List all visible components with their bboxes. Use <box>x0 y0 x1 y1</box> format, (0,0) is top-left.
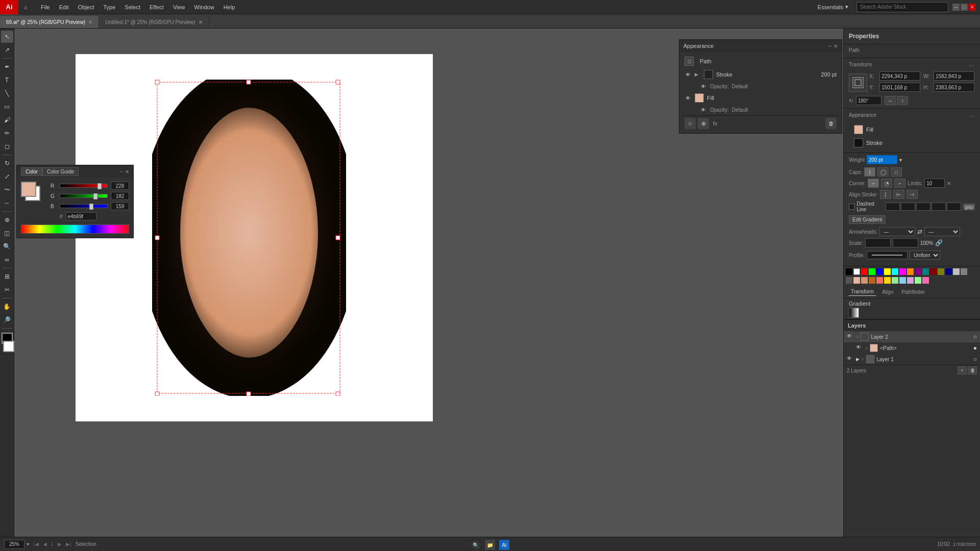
color-panel-close[interactable]: ✕ <box>125 169 129 174</box>
gradient-tool[interactable]: ◫ <box>1 227 13 239</box>
app-logo[interactable]: Ai <box>0 0 18 14</box>
tab-align[interactable]: Align <box>880 288 895 296</box>
layer-2-lock[interactable]: ○ <box>856 334 859 339</box>
profile-line[interactable] <box>867 251 908 259</box>
color-panel-minimize[interactable]: ─ <box>119 169 123 174</box>
pencil-tool[interactable]: ✏ <box>1 127 13 139</box>
r-input[interactable] <box>111 182 129 190</box>
swatch-maroon[interactable] <box>930 268 937 275</box>
zoom-input[interactable] <box>4 540 24 549</box>
layer-row-2[interactable]: 👁 ○ Layer 2 ○ <box>844 331 980 342</box>
align-outside[interactable]: ⊣ <box>906 190 918 199</box>
layer-add-btn[interactable]: + <box>958 366 967 374</box>
swatch-white[interactable] <box>853 268 860 275</box>
eyedropper-tool[interactable]: 🔍 <box>1 240 13 253</box>
ap-add-new-effect[interactable]: ☆ <box>684 118 696 129</box>
nav-next-all[interactable]: ▶| <box>66 541 71 547</box>
layer-1-circle[interactable]: ○ <box>973 356 977 363</box>
swatch-hotpink[interactable] <box>922 277 929 284</box>
tab-1[interactable]: 69.ai* @ 25% (RGB/GPU Preview) ✕ <box>0 16 99 28</box>
g-input[interactable] <box>111 192 129 200</box>
swatch-black[interactable] <box>846 268 852 275</box>
rotate-tool[interactable]: ↻ <box>1 157 13 169</box>
menu-help[interactable]: Help <box>219 3 239 11</box>
layer-1-eye[interactable]: 👁 <box>847 356 854 363</box>
ap-fill-eye[interactable]: 👁 <box>684 94 692 102</box>
menu-object[interactable]: Object <box>74 3 99 11</box>
layer-1-lock[interactable]: ○ <box>862 357 864 362</box>
slice-tool[interactable]: ✂ <box>1 284 13 296</box>
paintbrush-tool[interactable]: 🖌 <box>1 114 13 126</box>
direct-selection-tool[interactable]: ↗ <box>1 44 13 56</box>
swatch-green[interactable] <box>869 268 875 275</box>
menu-select[interactable]: Select <box>120 3 144 11</box>
corner-round[interactable]: ◔ <box>881 179 892 188</box>
zoom-arrow[interactable]: ▾ <box>27 541 29 547</box>
dash-2[interactable] <box>916 203 930 211</box>
swatch-red[interactable] <box>861 268 868 275</box>
menu-type[interactable]: Type <box>100 3 120 11</box>
color-guide-tab[interactable]: Color Guide <box>42 167 79 176</box>
ap-stroke-expand[interactable]: ▶ <box>695 72 701 77</box>
gradient-preview[interactable] <box>849 308 859 318</box>
layer-path-lock[interactable]: ○ <box>865 345 868 350</box>
g-slider-track[interactable] <box>60 194 108 198</box>
taskbar-ai[interactable]: Ai <box>499 540 509 550</box>
swatch-tan[interactable] <box>861 277 868 284</box>
close-button[interactable]: ✕ <box>969 4 976 11</box>
menu-file[interactable]: File <box>37 3 54 11</box>
swatch-skyblue[interactable] <box>899 277 906 284</box>
r-slider-thumb[interactable] <box>97 183 102 189</box>
appearance-close[interactable]: ✕ <box>834 43 838 49</box>
appearance-more[interactable]: ··· <box>969 112 975 120</box>
b-input[interactable] <box>111 202 129 210</box>
link-icon[interactable]: 🔗 <box>935 239 943 246</box>
ap-stroke-opacity-eye[interactable]: 👁 <box>700 83 707 90</box>
menu-edit[interactable]: Edit <box>55 3 73 11</box>
layer-row-1[interactable]: 👁 ▶ ○ Layer 1 ○ <box>844 354 980 365</box>
arrowhead-start-select[interactable]: — <box>879 227 915 236</box>
menu-effect[interactable]: Effect <box>145 3 168 11</box>
swatch-skin[interactable] <box>853 277 860 284</box>
swatch-mintgreen[interactable] <box>915 277 921 284</box>
cap-butt[interactable]: | <box>864 167 875 177</box>
nav-prev-all[interactable]: |◀ <box>33 541 39 547</box>
r-slider-track[interactable] <box>60 184 108 188</box>
dash-3[interactable] <box>947 203 961 211</box>
blend-tool[interactable]: ∞ <box>1 254 13 266</box>
oval-shape[interactable] <box>152 80 346 396</box>
swatch-plum[interactable] <box>907 277 914 284</box>
swatch-teal[interactable] <box>922 268 929 275</box>
transform-more[interactable]: ··· <box>969 61 975 69</box>
swatch-cyan[interactable] <box>892 268 898 275</box>
limits-close[interactable]: ✕ <box>947 181 951 186</box>
layer-delete-btn[interactable]: 🗑 <box>968 366 977 374</box>
layer-2-eye[interactable]: 👁 <box>847 333 854 340</box>
fill-swatch[interactable] <box>854 125 863 134</box>
layer-2-circle[interactable]: ○ <box>973 333 977 340</box>
ap-fill-opacity-eye[interactable]: 👁 <box>700 106 707 113</box>
edit-gradient-button[interactable]: Edit Gradient <box>849 215 886 224</box>
x-input[interactable] <box>879 71 920 81</box>
swatch-olive[interactable] <box>938 268 944 275</box>
layer-row-path[interactable]: 👁 ○ <Path> ● <box>844 342 980 354</box>
stroke-swatch[interactable] <box>854 138 863 147</box>
align-center[interactable]: | <box>880 190 891 199</box>
y-input[interactable] <box>879 83 920 92</box>
hue-spectrum-bar[interactable] <box>21 224 129 234</box>
swatch-brown[interactable] <box>869 277 875 284</box>
scale-end-input[interactable] <box>893 238 918 247</box>
arrowhead-swap[interactable]: ⇄ <box>917 228 922 235</box>
profile-select[interactable]: Uniform <box>910 251 940 260</box>
tab-transform[interactable]: Transform <box>849 288 876 296</box>
layer-path-circle[interactable]: ● <box>973 344 977 352</box>
layer-path-eye[interactable]: 👁 <box>856 344 863 352</box>
dashed-checkbox[interactable] <box>849 204 854 210</box>
menu-window[interactable]: Window <box>190 3 218 11</box>
g-slider-thumb[interactable] <box>93 193 97 199</box>
appearance-minimize[interactable]: ─ <box>828 43 831 49</box>
flip-v-btn[interactable]: ↕ <box>897 96 908 105</box>
tab-2[interactable]: Untitled-1* @ 25% (RGB/GPU Preview) ✕ <box>99 16 209 28</box>
swatch-blue[interactable] <box>876 268 883 275</box>
swatch-salmon[interactable] <box>876 277 883 284</box>
